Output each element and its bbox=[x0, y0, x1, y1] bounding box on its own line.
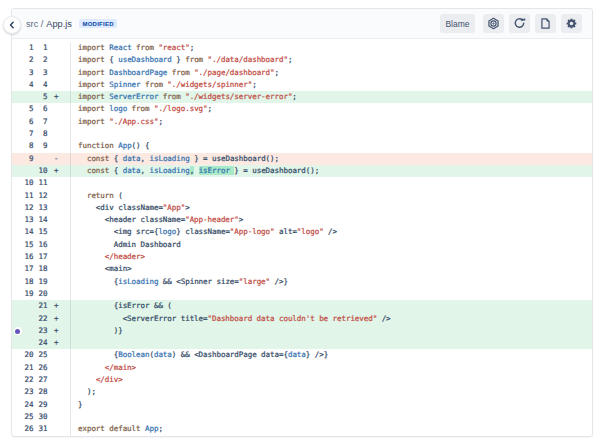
diff-row-added[interactable]: 5+import ServerError from "./widgets/ser… bbox=[12, 91, 592, 103]
diff-row[interactable]: 1011 bbox=[12, 177, 592, 189]
line-number-gutter: 1415 bbox=[12, 226, 70, 238]
code-line bbox=[71, 177, 78, 189]
diff-row[interactable]: 2025 {Boolean(data) && <DashboardPage da… bbox=[12, 349, 592, 361]
diff-row[interactable]: 56import logo from "./logo.svg"; bbox=[12, 103, 592, 115]
diff-row[interactable]: 1314 <header className="App-header"> bbox=[12, 214, 592, 226]
comment-annotation-dot[interactable] bbox=[14, 327, 22, 335]
old-line-number: 25 bbox=[12, 411, 34, 423]
line-number-gutter: 2227 bbox=[12, 374, 70, 386]
code-line: } bbox=[71, 399, 82, 411]
old-line-number: 19 bbox=[12, 288, 34, 300]
new-line-number: 13 bbox=[34, 202, 48, 214]
line-number-gutter: 1112 bbox=[12, 190, 70, 202]
back-button[interactable] bbox=[3, 16, 21, 34]
chevron-left-icon bbox=[8, 21, 16, 29]
diff-row-added[interactable]: 22+ <ServerError title="Dashboard data c… bbox=[12, 313, 592, 325]
diff-sign bbox=[48, 202, 71, 214]
diff-row[interactable]: 1718 <main> bbox=[12, 263, 592, 275]
diff-row[interactable]: 2227 </div> bbox=[12, 374, 592, 386]
diff-row[interactable]: 33import DashboardPage from "./page/dash… bbox=[12, 67, 592, 79]
new-line-number: 28 bbox=[34, 386, 48, 398]
diff-row[interactable]: 2328 ); bbox=[12, 386, 592, 398]
old-line-number: 17 bbox=[12, 263, 34, 275]
refresh-button[interactable] bbox=[509, 14, 530, 33]
diff-row[interactable]: 78 bbox=[12, 128, 592, 140]
new-line-number: 30 bbox=[34, 411, 48, 423]
code-line: <ServerError title="Dashboard data could… bbox=[71, 313, 391, 325]
new-line-number: 20 bbox=[34, 288, 48, 300]
code-line: </header> bbox=[71, 251, 145, 263]
diff-row[interactable]: 22import { useDashboard } from "./data/d… bbox=[12, 54, 592, 66]
new-line-number bbox=[34, 153, 48, 165]
diff-sign bbox=[48, 42, 71, 54]
diff-sign bbox=[48, 423, 71, 435]
line-number-gutter: 11 bbox=[12, 42, 70, 54]
raw-file-button[interactable] bbox=[535, 14, 556, 33]
status-badge: MODIFIED bbox=[79, 19, 117, 29]
old-line-number: 15 bbox=[12, 239, 34, 251]
new-line-number: 5 bbox=[34, 91, 48, 103]
code-line: import Spinner from "./widgets/spinner"; bbox=[71, 79, 257, 91]
new-line-number: 18 bbox=[34, 263, 48, 275]
diff-row[interactable]: 1112 return ( bbox=[12, 190, 592, 202]
diff-sign bbox=[48, 263, 71, 275]
diff-row[interactable]: 2530 bbox=[12, 411, 592, 423]
diff-row-added[interactable]: 23+ )} bbox=[12, 325, 592, 337]
diff-row-removed[interactable]: 9- const { data, isLoading } = useDashbo… bbox=[12, 153, 592, 165]
new-line-number: 29 bbox=[34, 399, 48, 411]
old-line-number: 6 bbox=[12, 116, 34, 128]
diff-sign: + bbox=[48, 165, 71, 177]
diff-row-added[interactable]: 10+ const { data, isLoading, isError } =… bbox=[12, 165, 592, 177]
diff-sign bbox=[48, 276, 71, 288]
diff-sign bbox=[48, 362, 71, 374]
old-line-number: 10 bbox=[12, 177, 34, 189]
diff-row[interactable]: 67import "./App.css"; bbox=[12, 116, 592, 128]
line-number-gutter: 78 bbox=[12, 128, 70, 140]
diff-sign bbox=[48, 214, 71, 226]
line-number-gutter: 44 bbox=[12, 79, 70, 91]
diff-row[interactable]: 1213 <div className="App"> bbox=[12, 202, 592, 214]
diff-sign bbox=[48, 128, 71, 140]
diff-row[interactable]: 2429} bbox=[12, 399, 592, 411]
old-line-number: 9 bbox=[12, 153, 34, 165]
new-line-number: 1 bbox=[34, 42, 48, 54]
diff-row[interactable]: 89function App() { bbox=[12, 140, 592, 152]
settings-button[interactable] bbox=[561, 14, 582, 33]
code-line: const { data, isLoading } = useDashboard… bbox=[71, 153, 279, 165]
old-line-number: 8 bbox=[12, 140, 34, 152]
code-line: Admin Dashboard bbox=[71, 239, 181, 251]
diff-sign: + bbox=[48, 91, 71, 103]
code-line: import logo from "./logo.svg"; bbox=[71, 103, 212, 115]
diff-row[interactable]: 1516 Admin Dashboard bbox=[12, 239, 592, 251]
view-settings-button[interactable] bbox=[483, 14, 504, 33]
old-line-number: 22 bbox=[12, 374, 34, 386]
line-number-gutter: 33 bbox=[12, 67, 70, 79]
blame-button[interactable]: Blame bbox=[440, 14, 475, 33]
old-line-number: 7 bbox=[12, 128, 34, 140]
line-number-gutter: 2328 bbox=[12, 386, 70, 398]
code-line: <header className="App-header"> bbox=[71, 214, 243, 226]
new-line-number: 26 bbox=[34, 362, 48, 374]
diff-row[interactable]: 1617 </header> bbox=[12, 251, 592, 263]
diff-row[interactable]: 1819 {isLoading && <Spinner size="large"… bbox=[12, 276, 592, 288]
diff-sign bbox=[48, 386, 71, 398]
new-line-number: 3 bbox=[34, 67, 48, 79]
diff-row[interactable]: 44import Spinner from "./widgets/spinner… bbox=[12, 79, 592, 91]
diff-sign: + bbox=[48, 313, 71, 325]
diff-row[interactable]: 2631export default App; bbox=[12, 423, 592, 435]
new-line-number: 7 bbox=[34, 116, 48, 128]
line-number-gutter: 1516 bbox=[12, 239, 70, 251]
diff-row[interactable]: 1415 <img src={logo} className="App-logo… bbox=[12, 226, 592, 238]
new-line-number: 4 bbox=[34, 79, 48, 91]
diff-row[interactable]: 1920 bbox=[12, 288, 592, 300]
old-line-number: 21 bbox=[12, 362, 34, 374]
line-number-gutter: 1011 bbox=[12, 177, 70, 189]
diff-row-added[interactable]: 21+ {isError && ( bbox=[12, 300, 592, 312]
diff-row[interactable]: 11import React from "react"; bbox=[12, 42, 592, 54]
new-line-number: 21 bbox=[34, 300, 48, 312]
code-line: {Boolean(data) && <DashboardPage data={d… bbox=[71, 349, 328, 361]
new-line-number: 11 bbox=[34, 177, 48, 189]
diff-row[interactable]: 2126 </main> bbox=[12, 362, 592, 374]
line-number-gutter: 21+ bbox=[12, 300, 70, 312]
diff-row-added[interactable]: 24+ bbox=[12, 337, 592, 349]
